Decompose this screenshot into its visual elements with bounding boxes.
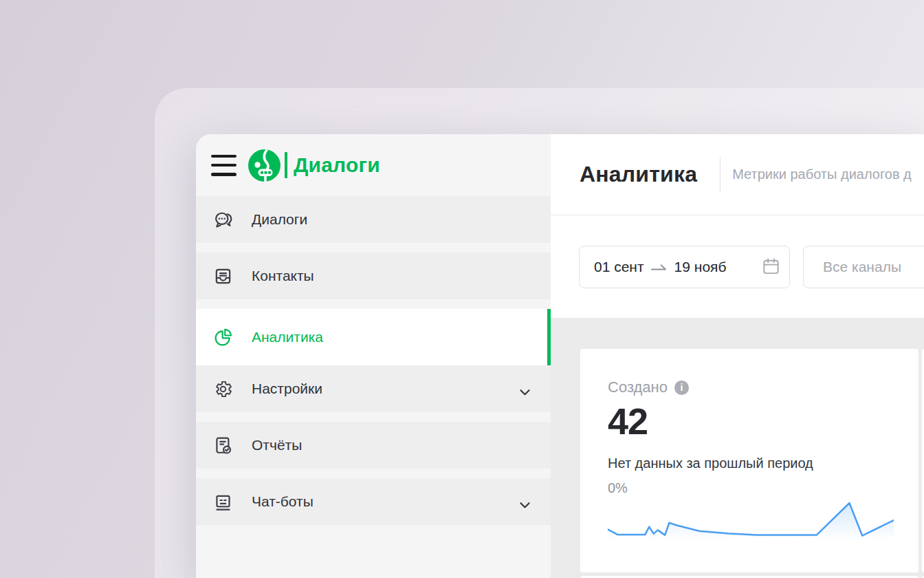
metric-value: 42 <box>608 402 918 441</box>
gear-icon <box>213 379 233 399</box>
sidebar-header: Диалоги <box>196 134 551 196</box>
sidebar: Диалоги Диалоги <box>196 134 551 578</box>
sidebar-item-contacts[interactable]: Контакты <box>196 253 551 309</box>
date-range-end: 19 нояб <box>674 259 727 275</box>
megafon-logo-icon <box>248 149 280 182</box>
chat-bubbles-icon <box>213 210 233 230</box>
logo-separator <box>285 152 287 178</box>
robot-icon <box>213 492 233 512</box>
brand-logo: Диалоги <box>248 149 380 182</box>
sidebar-nav: Диалоги Контакты <box>196 196 551 535</box>
sidebar-item-label: Чат-боты <box>252 493 314 510</box>
main-area: Аналитика Метрики работы диалогов д 01 с… <box>551 134 924 578</box>
channels-select-value: Все каналы <box>823 259 901 275</box>
chevron-down-icon <box>520 386 530 392</box>
header-divider <box>720 157 720 193</box>
content-area: Создано i 42 Нет данных за прошлый перио… <box>551 318 924 578</box>
report-check-icon <box>213 436 233 456</box>
metric-change-percent: 0% <box>608 480 918 496</box>
sidebar-item-label: Аналитика <box>252 329 323 345</box>
created-sparkline <box>608 500 894 544</box>
contact-card-icon <box>213 266 233 286</box>
hamburger-menu-icon[interactable] <box>211 155 236 176</box>
product-name: Диалоги <box>294 153 380 177</box>
sidebar-item-dialogs[interactable]: Диалоги <box>196 196 551 253</box>
info-icon[interactable]: i <box>674 381 689 395</box>
sidebar-item-chatbots[interactable]: Чат-боты <box>196 478 551 535</box>
metric-label: Создано <box>608 378 668 396</box>
filter-bar: 01 сент 19 нояб Все каналы <box>551 215 924 318</box>
metric-note: Нет данных за прошлый период <box>608 456 918 471</box>
app-window: Диалоги Диалоги <box>196 134 924 578</box>
sidebar-item-label: Отчёты <box>252 437 302 453</box>
sidebar-item-label: Настройки <box>252 381 322 397</box>
arrow-right-icon <box>650 262 668 272</box>
calendar-icon <box>762 257 780 276</box>
page-title: Аналитика <box>580 162 697 187</box>
channels-select[interactable]: Все каналы <box>803 246 924 288</box>
sidebar-item-analytics[interactable]: Аналитика <box>196 309 551 365</box>
sidebar-item-reports[interactable]: Отчёты <box>196 422 551 478</box>
pie-chart-icon <box>213 328 233 347</box>
sidebar-item-label: Контакты <box>252 268 314 284</box>
date-range-start: 01 сент <box>594 259 644 275</box>
metric-card-created: Создано i 42 Нет данных за прошлый перио… <box>580 349 918 572</box>
chevron-down-icon <box>520 499 530 505</box>
page-header: Аналитика Метрики работы диалогов д <box>551 134 924 215</box>
date-range-picker[interactable]: 01 сент 19 нояб <box>579 246 790 288</box>
sidebar-item-settings[interactable]: Настройки <box>196 365 551 422</box>
page-subtitle: Метрики работы диалогов д <box>732 167 912 182</box>
sidebar-item-label: Диалоги <box>252 211 307 228</box>
